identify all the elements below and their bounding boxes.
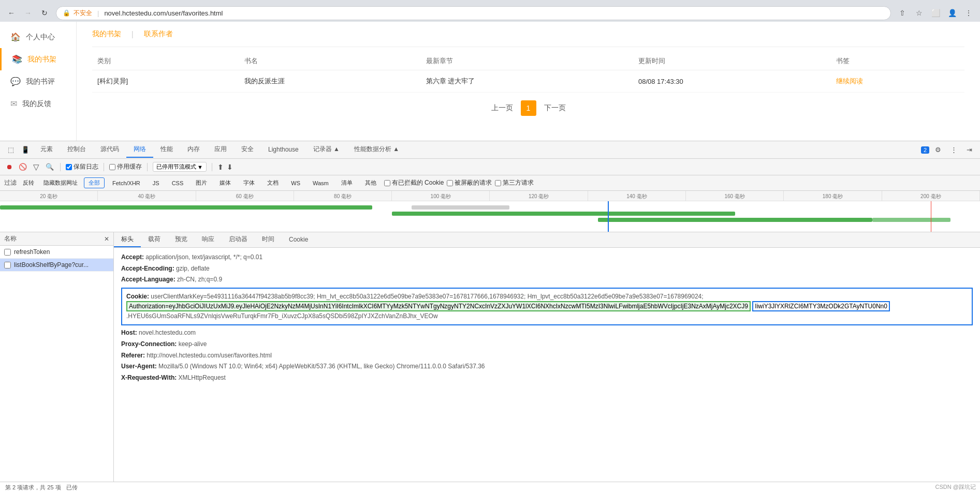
profile-button[interactable]: 👤 — [945, 6, 959, 20]
record-button[interactable]: ⏺ — [4, 162, 14, 172]
intercepted-cookie-input[interactable] — [384, 180, 390, 186]
sidebar-item-bookshelf[interactable]: 📚 我的书架 — [0, 48, 76, 70]
tab-lighthouse[interactable]: Lighthouse — [261, 143, 306, 157]
star-button[interactable]: ☆ — [912, 6, 926, 20]
device-toggle-button[interactable]: 📱 — [19, 143, 32, 157]
tab-console[interactable]: 控制台 — [60, 142, 93, 158]
third-party-checkbox[interactable]: 第三方请求 — [495, 178, 534, 187]
current-page-number: 1 — [521, 100, 536, 116]
filter-ws-button[interactable]: WS — [286, 178, 305, 188]
address-bar[interactable]: 🔒 不安全 | novel.hctestedu.com/user/favorit… — [56, 6, 891, 20]
next-page-button[interactable]: 下一页 — [544, 103, 566, 113]
book-table: 类别 书名 最新章节 更新时间 书签 [科幻灵异] 我的反派生涯 第六章 进大牢… — [92, 52, 964, 93]
filter-img-button[interactable]: 图片 — [191, 177, 212, 188]
tab-preview[interactable]: 预览 — [168, 232, 195, 247]
personal-center-icon: 🏠 — [10, 32, 21, 42]
tab-memory[interactable]: 内存 — [180, 142, 207, 158]
user-agent-value: Mozilla/5.0 (Windows NT 10.0; Win64; x64… — [158, 363, 485, 370]
third-party-label: 第三方请求 — [503, 178, 534, 187]
disable-cache-checkbox[interactable]: 停用缓存 — [109, 162, 142, 171]
forward-button[interactable]: → — [21, 6, 35, 20]
prev-page-button[interactable]: 上一页 — [491, 103, 513, 113]
request-item-refresh-token[interactable]: refreshToken — [0, 246, 113, 259]
filter-other-button[interactable]: 其他 — [360, 177, 381, 188]
filter-media-button[interactable]: 媒体 — [215, 177, 236, 188]
more-button[interactable]: ⋮ — [961, 6, 976, 20]
request-checkbox-bookshelf[interactable] — [4, 262, 11, 268]
col-chapter: 最新章节 — [421, 52, 633, 70]
clear-network-button[interactable]: ▽ — [31, 162, 41, 172]
filter-wasm-button[interactable]: Wasm — [308, 178, 333, 188]
tab-payload[interactable]: 载荷 — [141, 232, 168, 247]
blocked-requests-input[interactable] — [447, 180, 453, 186]
sidebar-item-label-bookshelf: 我的书架 — [27, 55, 56, 64]
cookie-header-box: Cookie: userClientMarkKey=5e4931116a3644… — [121, 288, 973, 326]
tab-sources[interactable]: 源代码 — [93, 142, 126, 158]
tick-40ms: 40 毫秒 — [98, 191, 196, 201]
separator: | — [97, 9, 99, 17]
filter-hide-data-url-button[interactable]: 隐藏数据网址 — [40, 178, 81, 188]
book-category: [科幻灵异] — [92, 70, 239, 93]
contact-link[interactable]: 联系作者 — [144, 29, 173, 39]
sidebar-item-feedback[interactable]: ✉ 我的反馈 — [0, 93, 76, 115]
continue-reading-button[interactable]: 继续阅读 — [836, 77, 863, 85]
tab-application[interactable]: 应用 — [207, 142, 234, 158]
back-button[interactable]: ← — [4, 6, 19, 20]
stream-mode-button[interactable]: 已停用节流模式 ▼ — [153, 162, 207, 172]
referer-value: http://novel.hctestedu.com/user/favorite… — [147, 352, 271, 359]
tab-performance[interactable]: 性能 — [153, 142, 180, 158]
filter-label: 过滤 — [4, 178, 17, 187]
filter-doc-button[interactable]: 文档 — [262, 177, 283, 188]
filter-reverse-button[interactable]: 反转 — [20, 178, 37, 188]
third-party-input[interactable] — [495, 180, 501, 186]
filter-fetch-xhr-button[interactable]: Fetch/XHR — [108, 178, 145, 188]
extensions-button[interactable]: ⬜ — [928, 6, 943, 20]
sidebar-item-personal-center[interactable]: 🏠 个人中心 — [0, 26, 76, 48]
element-picker-button[interactable]: ⬚ — [4, 143, 18, 157]
filter-js-button[interactable]: JS — [148, 178, 164, 188]
filter-manifest-button[interactable]: 清单 — [337, 177, 357, 188]
tab-timing[interactable]: 时间 — [255, 232, 282, 247]
referer-header: Referer: http://novel.hctestedu.com/user… — [121, 350, 973, 362]
book-chapter: 第六章 进大牢了 — [421, 70, 633, 93]
search-network-button[interactable]: 🔍 — [45, 162, 55, 172]
tab-perf-insights[interactable]: 性能数据分析 ▲ — [347, 142, 406, 158]
tab-cookie-detail[interactable]: Cookie — [282, 233, 315, 247]
filter-css-button[interactable]: CSS — [167, 178, 188, 188]
tab-recorder[interactable]: 记录器 ▲ — [306, 142, 347, 158]
tick-120ms: 120 毫秒 — [490, 191, 588, 201]
book-update-time: 08/08 17:43:30 — [633, 70, 831, 93]
more-devtools-button[interactable]: ⋮ — [947, 143, 960, 157]
request-name-refresh: refreshToken — [14, 248, 50, 256]
stop-button[interactable]: 🚫 — [18, 162, 28, 172]
tab-security[interactable]: 安全 — [234, 142, 261, 158]
tick-160ms: 160 毫秒 — [686, 191, 784, 201]
preserve-log-input[interactable] — [66, 164, 72, 170]
tab-headers[interactable]: 标头 — [114, 232, 141, 247]
intercepted-cookie-checkbox[interactable]: 有已拦截的 Cookie — [384, 178, 444, 187]
tab-elements[interactable]: 元素 — [33, 142, 60, 158]
request-checkbox-refresh[interactable] — [4, 249, 11, 256]
upload-button[interactable]: ⬆ — [217, 163, 224, 171]
blocked-requests-checkbox[interactable]: 被屏蔽的请求 — [447, 178, 492, 187]
settings-button[interactable]: ⚙ — [931, 143, 945, 157]
disable-cache-input[interactable] — [109, 164, 115, 170]
filter-font-button[interactable]: 字体 — [239, 177, 259, 188]
sidebar-item-reviews[interactable]: 💬 我的书评 — [0, 70, 76, 93]
download-button[interactable]: ⬇ — [227, 163, 233, 171]
col-update-time: 更新时间 — [633, 52, 831, 70]
accept-header: Accept: application/json, text/javascrip… — [121, 252, 973, 263]
toolbar-separator-2 — [104, 163, 104, 171]
close-panel-button[interactable]: ✕ — [104, 235, 109, 243]
filter-all-button[interactable]: 全部 — [84, 177, 105, 188]
tab-response[interactable]: 响应 — [195, 232, 222, 247]
details-tabs: 标头 载荷 预览 响应 启动器 时间 Cookie — [114, 232, 980, 248]
tab-initiator[interactable]: 启动器 — [222, 232, 255, 247]
request-item-list-bookshelf[interactable]: listBookShelfByPage?cur... — [0, 259, 113, 272]
accept-encoding-header: Accept-Encoding: gzip, deflate — [121, 263, 973, 275]
share-button[interactable]: ⇧ — [895, 6, 910, 20]
expand-devtools-button[interactable]: ⇥ — [962, 143, 976, 157]
reload-button[interactable]: ↻ — [37, 6, 52, 20]
preserve-log-checkbox[interactable]: 保留日志 — [66, 162, 98, 171]
tab-network[interactable]: 网络 — [126, 142, 153, 158]
